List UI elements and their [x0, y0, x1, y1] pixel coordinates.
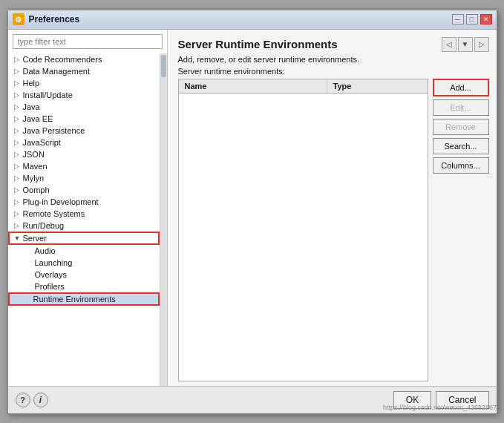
expand-arrow: ▷	[14, 127, 23, 134]
sidebar-item-launching[interactable]: Launching	[8, 257, 160, 269]
item-label: Remote Systems	[23, 209, 85, 218]
sidebar-item-maven[interactable]: ▷ Maven	[8, 160, 160, 172]
expand-arrow: ▷	[14, 198, 23, 206]
table-body	[179, 94, 428, 381]
expand-arrow: ▷	[14, 222, 23, 229]
column-name: Name	[179, 79, 327, 93]
table-header: Name Type	[179, 79, 428, 94]
item-label: Code Recommenders	[23, 55, 102, 64]
sidebar-item-java-persistence[interactable]: ▷ Java Persistence	[8, 125, 160, 137]
item-label: Profilers	[35, 282, 65, 291]
column-type: Type	[327, 79, 428, 93]
sidebar-item-plugin-development[interactable]: ▷ Plug-in Development	[8, 196, 160, 208]
item-label: Java EE	[23, 114, 53, 123]
sidebar-item-data-management[interactable]: ▷ Data Management	[8, 65, 160, 77]
item-label: Plug-in Development	[23, 197, 99, 206]
runtime-env-table: Name Type	[178, 79, 428, 381]
item-label: Help	[23, 79, 40, 88]
window-title: Preferences	[29, 14, 452, 24]
table-and-buttons: Name Type Add... Edit... Remove Search..…	[178, 79, 489, 381]
expand-arrow: ▷	[14, 163, 23, 170]
nav-back-icon: ◁	[446, 40, 452, 48]
help-icons: ? i	[16, 393, 389, 407]
item-label: Runtime Environments	[33, 295, 116, 304]
sidebar-item-overlays[interactable]: Overlays	[8, 269, 160, 281]
section-label: Server runtime environments:	[178, 67, 489, 76]
page-title: Server Runtime Environments	[178, 38, 338, 50]
sidebar-item-remote-systems[interactable]: ▷ Remote Systems	[8, 208, 160, 220]
nav-dropdown-button[interactable]: ▼	[458, 37, 473, 52]
sidebar-item-run-debug[interactable]: ▷ Run/Debug	[8, 220, 160, 232]
preferences-window: ⚙ Preferences ─ □ ✕ ▷ Code Recommenders …	[7, 10, 497, 414]
sidebar-item-json[interactable]: ▷ JSON	[8, 148, 160, 160]
main-panel: Server Runtime Environments ◁ ▼ ▷ Add, r…	[168, 30, 497, 386]
item-label: Oomph	[23, 186, 50, 194]
expand-arrow: ▷	[14, 56, 23, 63]
window-icon: ⚙	[13, 13, 24, 25]
item-label: JavaScript	[23, 138, 61, 147]
remove-button[interactable]: Remove	[433, 119, 489, 135]
sidebar-item-audio[interactable]: Audio	[8, 245, 160, 257]
item-label: Launching	[35, 258, 73, 267]
nav-arrows: ◁ ▼ ▷	[442, 37, 489, 52]
titlebar: ⚙ Preferences ─ □ ✕	[8, 10, 497, 30]
expand-arrow: ▷	[14, 115, 23, 122]
sidebar: ▷ Code Recommenders ▷ Data Management ▷ …	[8, 30, 168, 386]
expand-arrow: ▷	[14, 174, 23, 182]
footer: ? i OK Cancel	[8, 386, 497, 413]
subtitle: Add, remove, or edit server runtime envi…	[178, 55, 489, 64]
expand-arrow: ▷	[14, 103, 23, 111]
item-label: Overlays	[35, 270, 67, 279]
sidebar-item-help[interactable]: ▷ Help	[8, 77, 160, 89]
tree-scrollable: ▷ Code Recommenders ▷ Data Management ▷ …	[8, 53, 167, 386]
filter-input[interactable]	[13, 34, 163, 49]
sidebar-item-server[interactable]: ▼ Server	[8, 232, 160, 245]
nav-dropdown-icon: ▼	[462, 40, 469, 48]
item-label: JSON	[23, 150, 45, 159]
sidebar-item-javascript[interactable]: ▷ JavaScript	[8, 137, 160, 148]
sidebar-scrollbar[interactable]	[160, 53, 167, 386]
expand-arrow: ▷	[14, 151, 23, 158]
sidebar-item-runtime-environments[interactable]: Runtime Environments	[8, 292, 160, 306]
content-area: ▷ Code Recommenders ▷ Data Management ▷ …	[8, 30, 497, 386]
sidebar-item-mylyn[interactable]: ▷ Mylyn	[8, 172, 160, 184]
edit-button[interactable]: Edit...	[433, 99, 489, 116]
sidebar-item-code-recommenders[interactable]: ▷ Code Recommenders	[8, 53, 160, 65]
info-button[interactable]: i	[33, 393, 48, 407]
item-label: Data Management	[23, 67, 91, 76]
minimize-button[interactable]: ─	[452, 14, 464, 24]
nav-forward-button[interactable]: ▷	[474, 37, 489, 52]
item-label: Audio	[35, 246, 56, 255]
sidebar-item-install-update[interactable]: ▷ Install/Update	[8, 89, 160, 101]
nav-forward-icon: ▷	[479, 40, 485, 48]
add-button[interactable]: Add...	[433, 79, 489, 96]
expand-arrow: ▼	[14, 235, 23, 242]
maximize-button[interactable]: □	[466, 14, 478, 24]
expand-arrow: ▷	[14, 68, 23, 75]
expand-arrow: ▷	[14, 186, 23, 194]
ok-button[interactable]: OK	[393, 391, 431, 409]
item-label: Run/Debug	[23, 221, 65, 230]
side-buttons: Add... Edit... Remove Search... Columns.…	[433, 79, 489, 381]
cancel-button[interactable]: Cancel	[436, 391, 488, 409]
item-label: Mylyn	[23, 174, 45, 183]
help-button[interactable]: ?	[16, 393, 30, 407]
sidebar-item-java-ee[interactable]: ▷ Java EE	[8, 113, 160, 125]
item-label: Install/Update	[23, 91, 73, 99]
item-label: Java Persistence	[23, 126, 85, 135]
expand-arrow: ▷	[14, 91, 23, 99]
columns-button[interactable]: Columns...	[433, 157, 489, 174]
expand-arrow: ▷	[14, 139, 23, 146]
sidebar-item-java[interactable]: ▷ Java	[8, 101, 160, 113]
expand-arrow: ▷	[14, 210, 23, 217]
search-button[interactable]: Search...	[433, 138, 489, 154]
tree-area: ▷ Code Recommenders ▷ Data Management ▷ …	[8, 53, 160, 386]
sidebar-item-profilers[interactable]: Profilers	[8, 281, 160, 292]
nav-back-button[interactable]: ◁	[442, 37, 456, 52]
item-label: Maven	[23, 162, 48, 171]
sidebar-item-oomph[interactable]: ▷ Oomph	[8, 184, 160, 196]
expand-arrow: ▷	[14, 79, 23, 87]
close-button[interactable]: ✕	[480, 14, 492, 24]
main-header: Server Runtime Environments ◁ ▼ ▷	[178, 37, 489, 52]
item-label: Server	[23, 234, 47, 243]
